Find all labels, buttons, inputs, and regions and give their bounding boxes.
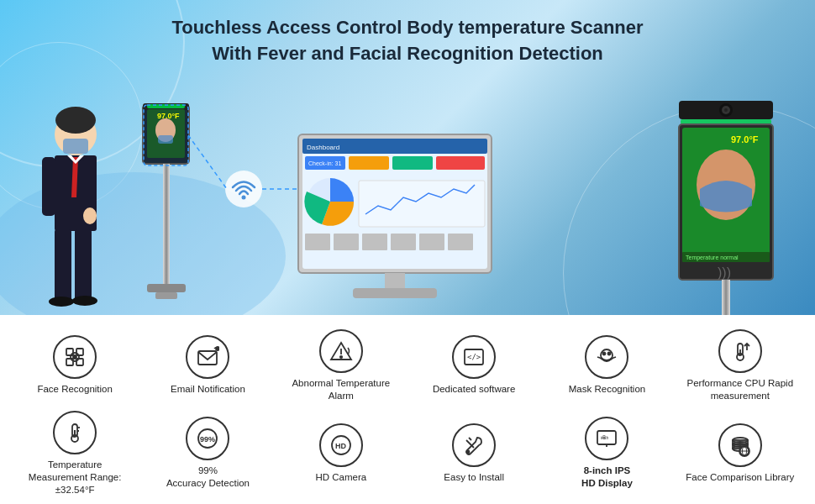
svg-rect-36 [436, 156, 485, 170]
svg-rect-39 [359, 181, 485, 227]
face-comparison-icon [718, 423, 762, 467]
hero-title: Touchless Access Control Body temperatur… [171, 0, 643, 67]
svg-rect-47 [353, 288, 437, 298]
svg-line-94 [469, 438, 471, 440]
svg-point-8 [83, 207, 97, 224]
svg-rect-68 [198, 351, 217, 365]
dedicated-software-icon: </> [452, 335, 496, 379]
svg-rect-2 [63, 139, 88, 154]
svg-text:97.0°F: 97.0°F [731, 134, 759, 144]
feature-performance-cpu: Performance CPU Rapid measurement [686, 329, 795, 402]
face-recognition-label: Face Recognition [37, 383, 113, 396]
8inch-display-icon: 8 inch [585, 417, 628, 460]
feature-abnormal-temp: Abnormal Temperature Alarm [287, 329, 396, 402]
svg-text:))): ))) [718, 265, 731, 280]
face-comparison-label: Face Comparison Library [686, 471, 794, 484]
svg-point-67 [73, 355, 76, 359]
svg-rect-44 [419, 234, 444, 250]
svg-rect-42 [362, 234, 387, 250]
svg-rect-41 [334, 234, 359, 250]
easy-install-icon [452, 423, 496, 467]
product-scene: 97.0°F [0, 67, 815, 315]
svg-point-71 [340, 356, 342, 358]
svg-rect-22 [147, 284, 186, 292]
hero-section: Touchless Access Control Body temperatur… [0, 0, 815, 315]
feature-hd-camera: HD HD Camera [287, 423, 396, 484]
temperature-range-icon [53, 411, 97, 454]
feature-temperature-range: TemperatureMeasurement Range:±32.54°F [20, 411, 129, 496]
svg-point-25 [225, 171, 262, 207]
feature-easy-install: Easy to Install [419, 423, 528, 484]
email-notification-label: Email Notification [171, 383, 245, 396]
features-row-2: TemperatureMeasurement Range:±32.54°F 99… [8, 410, 807, 498]
svg-rect-23 [155, 292, 177, 299]
svg-rect-19 [158, 135, 173, 144]
features-section: Face Recognition Email Notification [0, 315, 815, 504]
mask-recognition-icon [585, 335, 628, 379]
svg-line-78 [613, 357, 616, 358]
title-line1: Touchless Access Control Body temperatur… [171, 15, 643, 41]
svg-point-75 [603, 353, 606, 355]
svg-text:97.0°F: 97.0°F [157, 112, 180, 120]
svg-rect-34 [349, 156, 389, 170]
svg-text:Check-in: 31: Check-in: 31 [308, 160, 341, 166]
svg-line-77 [597, 357, 600, 358]
mask-recognition-label: Mask Recognition [569, 383, 645, 396]
svg-point-11 [49, 297, 74, 307]
abnormal-temp-icon [319, 329, 363, 373]
title-line2: With Fever and Facial Recognition Detect… [171, 41, 643, 67]
feature-accuracy-detection: 99% 99%Accuracy Detection [153, 417, 262, 490]
svg-rect-7 [83, 157, 97, 212]
accuracy-detection-icon: 99% [186, 417, 229, 460]
svg-rect-10 [75, 229, 92, 301]
svg-text:Dashboard: Dashboard [307, 144, 339, 151]
hd-camera-label: HD Camera [315, 471, 366, 484]
svg-point-51 [724, 108, 728, 112]
svg-rect-45 [448, 234, 473, 250]
face-recognition-icon [53, 335, 97, 379]
8inch-display-label: 8-inch IPSHD Display [581, 465, 633, 490]
feature-face-comparison: Face Comparison Library [686, 423, 795, 484]
accuracy-detection-label: 99%Accuracy Detection [166, 465, 250, 490]
features-row-1: Face Recognition Email Notification [8, 322, 807, 410]
svg-rect-6 [42, 157, 55, 216]
svg-rect-60 [722, 280, 730, 315]
svg-text:99%: 99% [200, 435, 215, 444]
svg-text:Temperature normal: Temperature normal [686, 255, 739, 261]
svg-point-12 [72, 296, 97, 306]
abnormal-temp-label: Abnormal Temperature Alarm [287, 377, 396, 402]
svg-point-3 [55, 107, 96, 134]
hd-camera-icon: HD [319, 423, 363, 467]
svg-rect-40 [305, 234, 330, 250]
email-notification-icon [186, 335, 229, 379]
feature-dedicated-software: </> Dedicated software [419, 335, 528, 396]
svg-point-26 [242, 196, 246, 200]
feature-face-recognition: Face Recognition [20, 335, 129, 396]
performance-cpu-icon [718, 329, 762, 373]
performance-cpu-label: Performance CPU Rapid measurement [686, 377, 795, 402]
svg-point-92 [467, 450, 470, 453]
easy-install-label: Easy to Install [444, 471, 504, 484]
svg-rect-21 [163, 164, 170, 286]
svg-rect-43 [391, 234, 416, 250]
svg-rect-35 [392, 156, 433, 170]
svg-text:HD: HD [335, 442, 346, 450]
feature-8inch-display: 8 inch 8-inch IPSHD Display [552, 417, 661, 490]
svg-rect-9 [55, 229, 71, 301]
temperature-range-label: TemperatureMeasurement Range:±32.54°F [20, 459, 129, 496]
feature-mask-recognition: Mask Recognition [552, 335, 661, 396]
svg-point-69 [216, 347, 219, 350]
scene-svg: 97.0°F [0, 88, 815, 315]
dedicated-software-label: Dedicated software [433, 383, 515, 396]
feature-email-notification: Email Notification [153, 335, 262, 396]
svg-rect-46 [385, 273, 405, 290]
svg-point-76 [608, 353, 611, 355]
svg-text:</>: </> [467, 353, 481, 361]
svg-text:inch: inch [601, 435, 608, 440]
